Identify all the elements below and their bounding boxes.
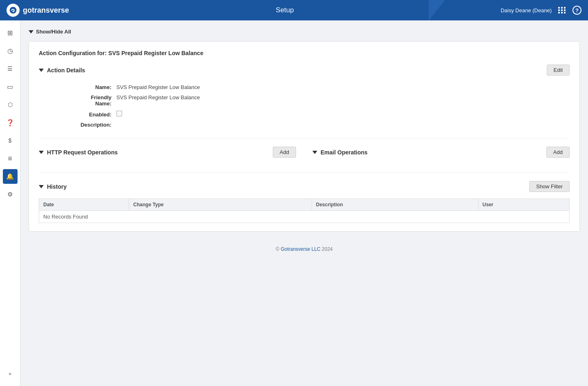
http-operations-header: HTTP Request Operations Add	[39, 147, 296, 158]
help-icon[interactable]: ?	[572, 6, 581, 15]
field-friendly-value: SVS Prepaid Register Low Balance	[116, 92, 308, 109]
sidebar-item-list[interactable]: ☰	[3, 61, 18, 76]
action-details-header: Action Details Edit	[39, 65, 570, 76]
col-date: Date	[39, 199, 129, 211]
email-chevron	[312, 151, 317, 154]
email-operations-header: Email Operations Add	[312, 147, 570, 158]
sidebar-item-billing[interactable]: $	[3, 133, 18, 148]
svg-point-1	[11, 10, 12, 11]
field-description-value	[116, 120, 308, 130]
operations-row: HTTP Request Operations Add Email Operat…	[39, 147, 570, 164]
field-name-value: SVS Prepaid Register Low Balance	[116, 82, 308, 92]
svg-point-0	[10, 7, 17, 14]
field-enabled-label: Enabled:	[63, 109, 116, 120]
show-hide-label: Show/Hide All	[36, 29, 71, 35]
footer-company-link[interactable]: Gotransverse LLC	[281, 246, 320, 252]
sidebar-item-notifications[interactable]: 🔔	[3, 169, 18, 184]
main-content: Show/Hide All Action Configuration for: …	[20, 20, 588, 386]
logo-icon	[7, 4, 20, 17]
http-chevron	[39, 151, 44, 154]
footer-year: 2024	[321, 246, 333, 252]
history-chevron	[39, 185, 44, 188]
user-menu[interactable]: Daisy Deane (Deane)	[501, 7, 552, 13]
action-details-title: Action Details	[47, 67, 85, 74]
footer-copyright: ©	[276, 246, 281, 252]
page-title: Setup	[69, 6, 501, 14]
history-header: History Show Filter	[39, 181, 570, 192]
sidebar-item-catalog[interactable]: ⬡	[3, 97, 18, 112]
field-name-label: Name:	[63, 82, 116, 92]
table-header-row: Date Change Type Description User	[39, 199, 570, 211]
action-details-chevron	[39, 69, 44, 72]
history-title: History	[47, 183, 67, 190]
card-title: Action Configuration for: SVS Prepaid Re…	[39, 50, 570, 56]
enabled-checkbox[interactable]	[116, 111, 122, 116]
sidebar-item-dashboard[interactable]: ⊞	[3, 25, 18, 40]
sidebar-item-reports[interactable]: ≡	[3, 151, 18, 166]
sidebar-item-recent[interactable]: ◷	[3, 43, 18, 58]
top-navigation: gotransverse Setup Daisy Deane (Deane) ?	[0, 0, 588, 20]
col-description: Description	[312, 199, 478, 211]
col-user: User	[478, 199, 570, 211]
page-footer: © Gotransverse LLC 2024	[29, 240, 580, 259]
field-friendly-label: FriendlyName:	[63, 92, 116, 109]
action-config-card: Action Configuration for: SVS Prepaid Re…	[29, 41, 580, 232]
field-description: Description:	[63, 120, 308, 130]
sidebar-bottom: »	[3, 366, 18, 386]
field-friendly-name: FriendlyName: SVS Prepaid Register Low B…	[63, 92, 308, 109]
field-description-label: Description:	[63, 120, 116, 130]
email-operations-title: Email Operations	[321, 149, 368, 156]
http-operations-title: HTTP Request Operations	[47, 149, 118, 156]
field-enabled: Enabled:	[63, 109, 308, 120]
header-right: Daisy Deane (Deane) ?	[501, 6, 581, 15]
app-logo[interactable]: gotransverse	[7, 4, 69, 17]
edit-button[interactable]: Edit	[547, 65, 570, 76]
field-enabled-value	[116, 109, 308, 120]
history-table: Date Change Type Description User No Rec…	[39, 199, 570, 223]
action-details-fields: Name: SVS Prepaid Register Low Balance F…	[63, 82, 308, 130]
sidebar-item-support[interactable]: ❓	[3, 115, 18, 130]
divider-2	[39, 172, 570, 173]
divider-1	[39, 138, 570, 138]
show-hide-all[interactable]: Show/Hide All	[29, 29, 580, 35]
no-records-cell: No Records Found	[39, 211, 570, 223]
table-row: No Records Found	[39, 211, 570, 223]
col-change-type: Change Type	[129, 199, 312, 211]
email-operations-section: Email Operations Add	[312, 147, 570, 164]
app-name: gotransverse	[23, 6, 69, 15]
email-add-button[interactable]: Add	[546, 147, 570, 158]
sidebar-item-settings[interactable]: ⚙	[3, 187, 18, 202]
show-filter-button[interactable]: Show Filter	[529, 181, 570, 192]
chevron-down-icon	[29, 30, 33, 33]
http-operations-section: HTTP Request Operations Add	[39, 147, 296, 164]
field-name: Name: SVS Prepaid Register Low Balance	[63, 82, 308, 92]
http-add-button[interactable]: Add	[273, 147, 296, 158]
sidebar-expand-button[interactable]: »	[3, 366, 18, 381]
grid-icon[interactable]	[558, 7, 566, 13]
sidebar-item-panel[interactable]: ▭	[3, 79, 18, 94]
sidebar: ⊞ ◷ ☰ ▭ ⬡ ❓ $ ≡ 🔔 ⚙ »	[0, 20, 20, 386]
